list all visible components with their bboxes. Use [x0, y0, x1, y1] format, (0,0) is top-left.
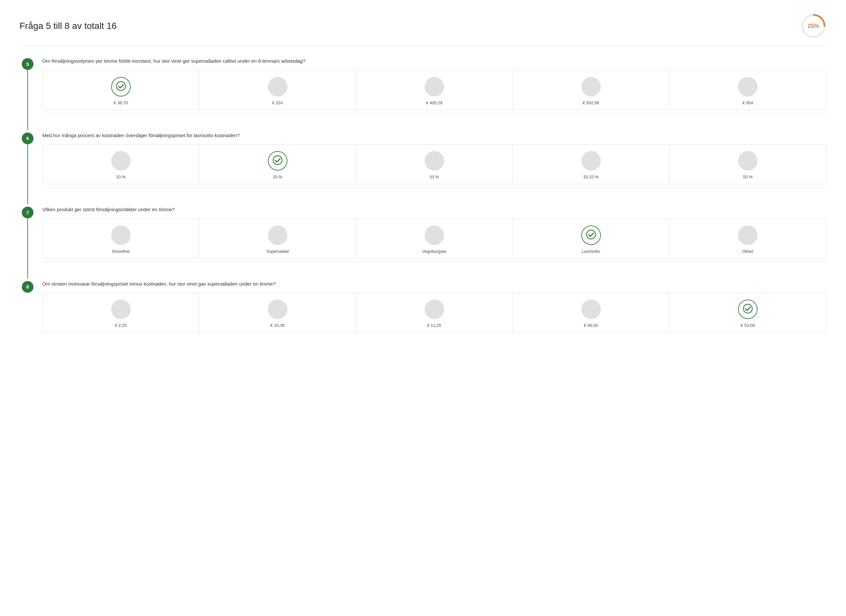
option-circle-7-3 [425, 226, 444, 245]
option-cell-8-2[interactable]: € 10,39 [199, 293, 356, 332]
timeline-6: 6 [19, 130, 36, 204]
option-label-6-4: 33,33 % [583, 175, 599, 179]
option-cell-5-1[interactable]: € 38,70 [43, 70, 199, 110]
option-cell-7-4[interactable]: Laxrisotto [513, 219, 669, 258]
questions-list: 5Om försäljningsvolymen per timme förbli… [19, 56, 827, 339]
svg-point-2 [116, 82, 125, 91]
header-divider [19, 45, 827, 46]
option-circle-6-5 [738, 151, 758, 170]
questions-container: 5Om försäljningsvolymen per timme förbli… [19, 56, 827, 339]
options-row-7: SmoothieSupersalladVegoburgare Laxrisott… [42, 219, 827, 259]
question-text-7: Vilken produkt ger störst försäljningsin… [42, 206, 827, 213]
question-text-6: Med hur många procent av kostnaden övers… [42, 132, 827, 139]
option-label-7-1: Smoothie [112, 249, 130, 254]
checkmark-6-2 [273, 155, 282, 166]
svg-point-4 [587, 230, 596, 239]
timeline-7: 7 [19, 204, 36, 279]
option-circle-8-2 [268, 299, 287, 319]
question-text-5: Om försäljningsvolymen per timme förblir… [42, 57, 827, 65]
timeline-8: 8 [19, 279, 36, 340]
option-label-7-2: Supersallad [266, 249, 289, 254]
option-circle-7-5 [738, 226, 758, 245]
option-cell-7-3[interactable]: Vegoburgare [356, 219, 513, 258]
option-cell-6-1[interactable]: 10 % [43, 145, 199, 184]
option-cell-7-5[interactable]: Oklart [669, 219, 826, 258]
option-cell-5-2[interactable]: € 324 [199, 70, 356, 110]
progress-label: 25% [808, 23, 820, 29]
option-label-8-5: € 53,00 [741, 323, 755, 328]
timeline-5: 5 [19, 56, 36, 130]
question-block-8: 8Om vinsten motsvarar försäljningspriset… [19, 279, 827, 340]
option-label-5-5: € 954 [743, 100, 753, 105]
question-text-8: Om vinsten motsvarar försäljningspriset … [42, 280, 827, 288]
option-circle-7-1 [111, 226, 131, 245]
checkmark-7-4 [586, 230, 596, 241]
page-title: Fråga 5 till 8 av totalt 16 [19, 21, 117, 31]
section-divider-5 [42, 113, 827, 114]
option-cell-6-2[interactable]: 25 % [199, 145, 356, 184]
option-label-7-4: Laxrisotto [582, 249, 600, 254]
option-circle-6-1 [111, 151, 131, 170]
option-circle-7-2 [268, 226, 287, 245]
question-content-7: Vilken produkt ger störst försäljningsin… [36, 204, 827, 279]
question-content-5: Om försäljningsvolymen per timme förblir… [36, 56, 827, 130]
option-label-6-2: 25 % [273, 175, 282, 179]
svg-point-5 [743, 304, 752, 313]
option-label-6-5: 50 % [743, 175, 753, 179]
option-label-8-2: € 10,39 [271, 323, 284, 328]
checkmark-8-5 [743, 304, 753, 315]
option-cell-8-3[interactable]: € 11,25 [356, 293, 513, 332]
connector-line-5 [27, 70, 28, 130]
option-label-5-1: € 38,70 [114, 100, 128, 105]
option-label-5-4: € 502,56 [583, 100, 599, 105]
option-cell-6-3[interactable]: 33 % [356, 145, 513, 184]
option-circle-8-3 [425, 299, 444, 319]
section-divider-7 [42, 262, 827, 262]
option-cell-8-4[interactable]: € 40,50 [513, 293, 669, 332]
option-circle-8-5 [738, 299, 758, 319]
option-label-8-3: € 11,25 [427, 323, 441, 328]
option-cell-6-5[interactable]: 50 % [669, 145, 826, 184]
question-content-8: Om vinsten motsvarar försäljningspriset … [36, 279, 827, 340]
option-circle-6-2 [268, 151, 287, 170]
option-cell-8-1[interactable]: € 2,25 [43, 293, 199, 332]
question-block-6: 6Med hur många procent av kostnaden över… [19, 130, 827, 204]
page-header: Fråga 5 till 8 av totalt 16 25% [19, 13, 827, 39]
option-circle-6-4 [581, 151, 601, 170]
question-dot-5: 5 [22, 58, 34, 70]
option-circle-8-4 [581, 299, 601, 319]
options-row-8: € 2,25€ 10,39€ 11,25€ 40,50 € 53,00 [42, 293, 827, 333]
option-label-8-1: € 2,25 [115, 323, 127, 328]
option-circle-5-4 [581, 77, 601, 97]
option-circle-5-3 [425, 77, 444, 97]
question-block-5: 5Om försäljningsvolymen per timme förbli… [19, 56, 827, 130]
option-cell-5-4[interactable]: € 502,56 [513, 70, 669, 110]
option-circle-7-4 [581, 226, 601, 245]
option-cell-5-3[interactable]: € 405,29 [356, 70, 513, 110]
option-cell-8-5[interactable]: € 53,00 [669, 293, 826, 332]
connector-line-6 [27, 144, 28, 204]
option-cell-7-2[interactable]: Supersallad [199, 219, 356, 258]
option-circle-5-1 [111, 77, 131, 97]
connector-line-7 [27, 219, 28, 279]
option-label-5-2: € 324 [272, 100, 283, 105]
option-label-7-5: Oklart [742, 249, 754, 254]
option-circle-8-1 [111, 299, 131, 319]
option-cell-7-1[interactable]: Smoothie [43, 219, 199, 258]
progress-indicator: 25% [800, 13, 827, 39]
question-dot-8: 8 [22, 281, 34, 293]
option-label-5-3: € 405,29 [426, 100, 443, 105]
option-label-8-4: € 40,50 [584, 323, 598, 328]
question-content-6: Med hur många procent av kostnaden övers… [36, 130, 827, 204]
option-cell-5-5[interactable]: € 954 [669, 70, 826, 110]
option-label-6-3: 33 % [430, 175, 439, 179]
question-block-7: 7Vilken produkt ger störst försäljningsi… [19, 204, 827, 279]
option-circle-5-5 [738, 77, 758, 97]
question-dot-7: 7 [22, 207, 34, 219]
option-label-7-3: Vegoburgare [422, 249, 446, 254]
option-label-6-1: 10 % [116, 175, 126, 179]
checkmark-5-1 [116, 81, 126, 92]
option-cell-6-4[interactable]: 33,33 % [513, 145, 669, 184]
options-row-6: 10 % 25 %33 %33,33 %50 % [42, 144, 827, 184]
option-circle-6-3 [425, 151, 444, 170]
